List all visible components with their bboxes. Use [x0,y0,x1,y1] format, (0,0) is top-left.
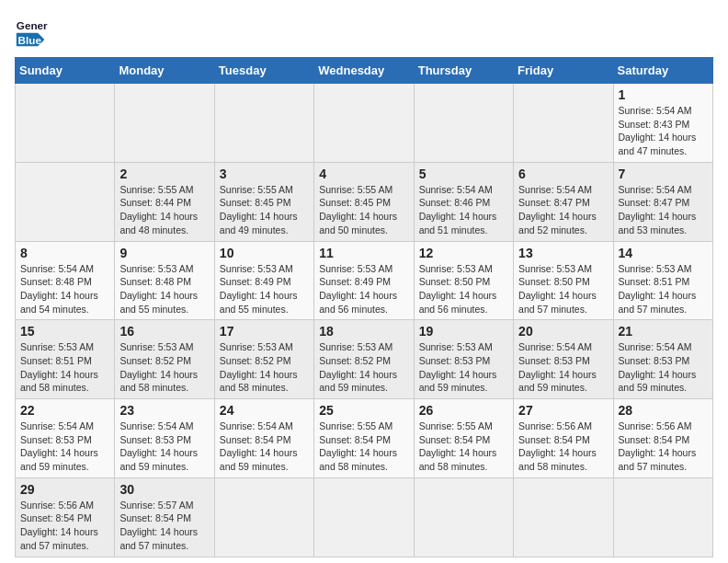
day-cell-26: 26Sunrise: 5:55 AMSunset: 8:54 PMDayligh… [414,399,513,478]
empty-day-cell [514,477,613,557]
weekday-header-sunday: Sunday [16,58,115,84]
empty-day-cell [115,84,214,163]
day-number: 27 [518,403,608,418]
day-info: Sunrise: 5:53 AMSunset: 8:49 PMDaylight:… [220,262,309,316]
day-number: 30 [119,482,209,497]
day-number: 4 [319,167,408,181]
day-number: 12 [419,246,508,260]
day-number: 11 [319,246,408,260]
day-info: Sunrise: 5:56 AMSunset: 8:54 PMDaylight:… [518,419,608,474]
day-info: Sunrise: 5:53 AMSunset: 8:51 PMDaylight:… [20,340,109,395]
day-info: Sunrise: 5:55 AMSunset: 8:44 PMDaylight:… [119,183,209,237]
day-number: 21 [619,324,708,339]
day-number: 13 [518,246,608,260]
day-cell-12: 12Sunrise: 5:53 AMSunset: 8:50 PMDayligh… [414,241,513,320]
day-cell-15: 15Sunrise: 5:53 AMSunset: 8:51 PMDayligh… [16,320,115,399]
empty-day-cell [414,84,513,163]
day-cell-27: 27Sunrise: 5:56 AMSunset: 8:54 PMDayligh… [514,399,613,478]
day-info: Sunrise: 5:54 AMSunset: 8:54 PMDaylight:… [220,419,309,474]
day-info: Sunrise: 5:55 AMSunset: 8:45 PMDaylight:… [319,183,408,237]
day-info: Sunrise: 5:56 AMSunset: 8:54 PMDaylight:… [619,419,708,474]
day-cell-10: 10Sunrise: 5:53 AMSunset: 8:49 PMDayligh… [214,241,313,320]
weekday-header-tuesday: Tuesday [214,58,313,84]
day-info: Sunrise: 5:54 AMSunset: 8:48 PMDaylight:… [20,262,109,316]
day-info: Sunrise: 5:54 AMSunset: 8:47 PMDaylight:… [619,183,708,237]
day-cell-2: 2Sunrise: 5:55 AMSunset: 8:44 PMDaylight… [115,162,214,241]
day-info: Sunrise: 5:55 AMSunset: 8:45 PMDaylight:… [220,183,309,237]
day-info: Sunrise: 5:55 AMSunset: 8:54 PMDaylight:… [319,419,408,474]
weekday-header-monday: Monday [115,58,214,84]
day-cell-16: 16Sunrise: 5:53 AMSunset: 8:52 PMDayligh… [115,320,214,399]
day-cell-11: 11Sunrise: 5:53 AMSunset: 8:49 PMDayligh… [314,241,414,320]
calendar-week-6: 29Sunrise: 5:56 AMSunset: 8:54 PMDayligh… [16,477,713,557]
day-info: Sunrise: 5:54 AMSunset: 8:53 PMDaylight:… [20,419,109,474]
empty-day-cell [16,84,115,163]
svg-text:General: General [17,19,48,31]
day-info: Sunrise: 5:54 AMSunset: 8:46 PMDaylight:… [419,183,508,237]
day-number: 7 [619,167,708,181]
day-info: Sunrise: 5:53 AMSunset: 8:52 PMDaylight:… [220,340,309,395]
calendar-week-1: 1Sunrise: 5:54 AMSunset: 8:43 PMDaylight… [16,84,713,163]
day-info: Sunrise: 5:54 AMSunset: 8:53 PMDaylight:… [518,340,608,395]
day-number: 16 [119,324,209,339]
day-info: Sunrise: 5:54 AMSunset: 8:53 PMDaylight:… [619,340,708,395]
day-info: Sunrise: 5:57 AMSunset: 8:54 PMDaylight:… [119,499,209,553]
day-info: Sunrise: 5:53 AMSunset: 8:49 PMDaylight:… [319,262,408,316]
general-blue-icon: General Blue [15,15,48,48]
day-number: 5 [419,167,508,181]
day-cell-29: 29Sunrise: 5:56 AMSunset: 8:54 PMDayligh… [16,477,115,557]
empty-day-cell [514,84,613,163]
day-info: Sunrise: 5:53 AMSunset: 8:50 PMDaylight:… [518,262,608,316]
day-number: 2 [119,167,209,181]
day-cell-19: 19Sunrise: 5:53 AMSunset: 8:53 PMDayligh… [414,320,513,399]
day-number: 28 [619,403,708,418]
day-cell-9: 9Sunrise: 5:53 AMSunset: 8:48 PMDaylight… [115,241,214,320]
svg-text:Blue: Blue [18,34,42,46]
day-number: 10 [220,246,309,260]
day-cell-23: 23Sunrise: 5:54 AMSunset: 8:53 PMDayligh… [115,399,214,478]
day-cell-13: 13Sunrise: 5:53 AMSunset: 8:50 PMDayligh… [514,241,613,320]
logo: General Blue [15,15,51,48]
weekday-header-saturday: Saturday [613,58,712,84]
day-cell-14: 14Sunrise: 5:53 AMSunset: 8:51 PMDayligh… [613,241,712,320]
day-cell-6: 6Sunrise: 5:54 AMSunset: 8:47 PMDaylight… [514,162,613,241]
day-number: 6 [518,167,608,181]
day-info: Sunrise: 5:53 AMSunset: 8:52 PMDaylight:… [319,340,408,395]
day-number: 20 [518,324,608,339]
empty-day-cell [414,477,513,557]
day-cell-3: 3Sunrise: 5:55 AMSunset: 8:45 PMDaylight… [214,162,313,241]
empty-day-cell [214,84,313,163]
page-header: General Blue [15,15,713,48]
day-cell-18: 18Sunrise: 5:53 AMSunset: 8:52 PMDayligh… [314,320,414,399]
day-cell-22: 22Sunrise: 5:54 AMSunset: 8:53 PMDayligh… [16,399,115,478]
day-number: 14 [619,246,708,260]
day-cell-7: 7Sunrise: 5:54 AMSunset: 8:47 PMDaylight… [613,162,712,241]
day-number: 23 [119,403,209,418]
empty-day-cell [613,477,712,557]
empty-day-cell [314,84,414,163]
day-info: Sunrise: 5:54 AMSunset: 8:53 PMDaylight:… [119,419,209,474]
day-cell-17: 17Sunrise: 5:53 AMSunset: 8:52 PMDayligh… [214,320,313,399]
day-cell-8: 8Sunrise: 5:54 AMSunset: 8:48 PMDaylight… [16,241,115,320]
day-cell-25: 25Sunrise: 5:55 AMSunset: 8:54 PMDayligh… [314,399,414,478]
calendar-week-4: 15Sunrise: 5:53 AMSunset: 8:51 PMDayligh… [16,320,713,399]
day-cell-21: 21Sunrise: 5:54 AMSunset: 8:53 PMDayligh… [613,320,712,399]
day-info: Sunrise: 5:54 AMSunset: 8:43 PMDaylight:… [619,104,708,158]
empty-day-cell [214,477,313,557]
day-info: Sunrise: 5:53 AMSunset: 8:48 PMDaylight:… [119,262,209,316]
day-number: 29 [20,482,109,497]
day-cell-1: 1Sunrise: 5:54 AMSunset: 8:43 PMDaylight… [613,84,712,163]
day-cell-30: 30Sunrise: 5:57 AMSunset: 8:54 PMDayligh… [115,477,214,557]
empty-day-cell [16,162,115,241]
day-number: 25 [319,403,408,418]
day-number: 3 [220,167,309,181]
calendar-week-2: 2Sunrise: 5:55 AMSunset: 8:44 PMDaylight… [16,162,713,241]
day-number: 1 [619,87,708,102]
day-cell-20: 20Sunrise: 5:54 AMSunset: 8:53 PMDayligh… [514,320,613,399]
day-number: 8 [20,246,109,260]
day-info: Sunrise: 5:53 AMSunset: 8:51 PMDaylight:… [619,262,708,316]
weekday-header-friday: Friday [514,58,613,84]
calendar-table: SundayMondayTuesdayWednesdayThursdayFrid… [15,57,713,557]
day-cell-5: 5Sunrise: 5:54 AMSunset: 8:46 PMDaylight… [414,162,513,241]
day-info: Sunrise: 5:53 AMSunset: 8:50 PMDaylight:… [419,262,508,316]
